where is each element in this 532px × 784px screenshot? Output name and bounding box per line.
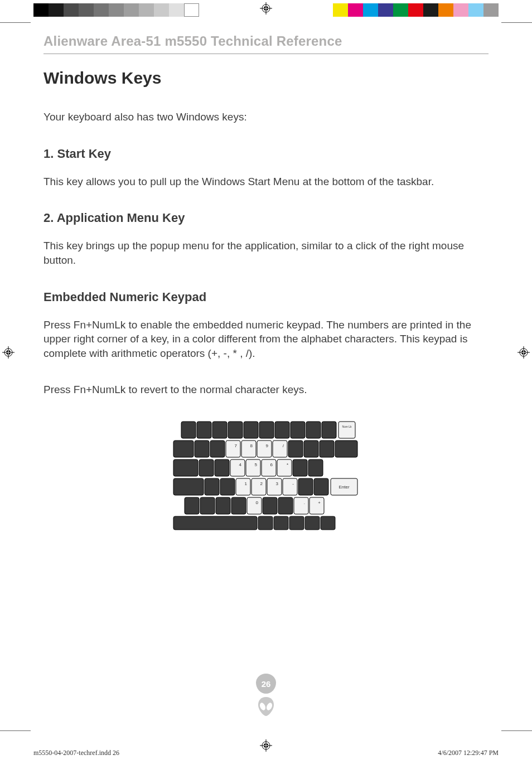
imposition-footer: m5550-04-2007-techref.indd 26 4/6/2007 1… — [33, 749, 499, 757]
key-label-numlk: Num Lk — [342, 425, 352, 428]
key-label-enter: Enter — [338, 485, 349, 490]
crop-mark — [0, 22, 31, 23]
page-title: Windows Keys — [43, 69, 489, 88]
body-paragraph: Press Fn+NumLk to revert to the normal c… — [43, 383, 489, 397]
section-heading: 1. Start Key — [43, 147, 489, 161]
color-swatch — [333, 3, 348, 17]
color-swatch — [393, 3, 408, 17]
color-swatch — [423, 3, 438, 17]
intro-paragraph: Your keyboard also has two Windows keys: — [43, 110, 489, 124]
crop-mark — [501, 22, 532, 23]
key-label: 9 — [266, 443, 269, 448]
color-swatch — [94, 3, 109, 17]
color-swatch — [453, 3, 468, 17]
key-label: 7 — [235, 443, 238, 448]
color-swatch — [438, 3, 453, 17]
imposition-file: m5550-04-2007-techref.indd 26 — [33, 749, 119, 757]
color-swatch — [154, 3, 169, 17]
registration-mark-icon — [260, 2, 272, 14]
color-swatch — [468, 3, 483, 17]
section-heading: 2. Application Menu Key — [43, 211, 489, 225]
svg-rect-32 — [173, 516, 257, 530]
color-swatch — [64, 3, 79, 17]
crop-mark — [0, 730, 31, 731]
color-swatch — [363, 3, 378, 17]
page-footer-badge: 26 — [256, 674, 276, 717]
key-label: 3 — [276, 481, 279, 486]
color-swatch — [184, 3, 199, 17]
svg-rect-28 — [335, 441, 357, 457]
page-number-badge: 26 — [256, 674, 276, 694]
svg-rect-26 — [338, 422, 355, 438]
svg-rect-30 — [173, 478, 204, 495]
running-header: Alienware Area-51 m5550 Technical Refere… — [43, 33, 489, 54]
registration-mark-icon — [518, 346, 530, 359]
key-label: 1 — [245, 481, 248, 486]
color-swatch — [169, 3, 184, 17]
key-label: - — [292, 481, 294, 486]
key-label: 2 — [260, 481, 263, 486]
page-content: Alienware Area-51 m5550 Technical Refere… — [43, 33, 489, 531]
crop-mark — [501, 730, 532, 731]
svg-rect-27 — [173, 441, 194, 457]
key-label: + — [318, 500, 321, 505]
color-swatch — [109, 3, 124, 17]
color-swatch — [79, 3, 94, 17]
key-label: * — [287, 462, 288, 467]
color-swatch — [124, 3, 139, 17]
color-swatch — [408, 3, 423, 17]
page-number: 26 — [262, 679, 271, 689]
color-swatch — [483, 3, 499, 17]
color-swatch — [139, 3, 154, 17]
keyboard-figure: Num Lk 7 8 9 / 4 5 6 * — [43, 419, 489, 531]
key-label: . — [304, 500, 305, 505]
color-swatch — [378, 3, 393, 17]
body-paragraph: This key allows you to pull up the Windo… — [43, 175, 489, 189]
color-swatch — [49, 3, 64, 17]
key-label: 5 — [255, 462, 258, 467]
printer-colorbar-left — [33, 3, 199, 17]
color-swatch — [348, 3, 363, 17]
svg-rect-29 — [173, 459, 198, 476]
section-heading: Embedded Numeric Keypad — [43, 290, 489, 304]
key-label: 0 — [256, 500, 259, 505]
printer-colorbar-right — [333, 3, 499, 17]
color-swatch — [33, 3, 49, 17]
key-label: 8 — [250, 443, 253, 448]
alien-head-icon — [256, 696, 276, 717]
body-paragraph: Press Fn+NumLk to enable the embedded nu… — [43, 318, 489, 361]
key-label: 4 — [239, 462, 242, 467]
body-paragraph: This key brings up the popup menu for th… — [43, 239, 489, 267]
key-label: 6 — [270, 462, 273, 467]
imposition-stamp: 4/6/2007 12:29:47 PM — [438, 749, 499, 757]
registration-mark-icon — [2, 346, 14, 359]
